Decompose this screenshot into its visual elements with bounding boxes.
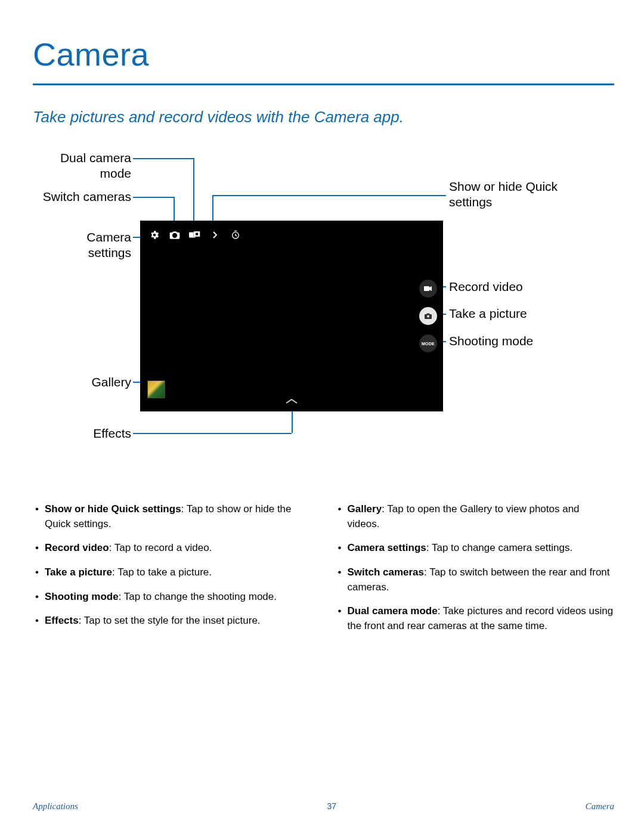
page-title: Camera	[33, 36, 614, 73]
record-video-button[interactable]	[419, 280, 437, 298]
right-column: Gallery: Tap to open the Gallery to view…	[336, 502, 615, 643]
list-item: Shooting mode: Tap to change the shootin…	[33, 590, 312, 605]
list-item: Switch cameras: Tap to switch between th…	[336, 565, 615, 594]
callout-switch-cameras: Switch cameras	[42, 189, 131, 205]
callout-gallery: Gallery	[42, 374, 131, 390]
footer-page-number: 37	[327, 801, 336, 812]
list-item: Camera settings: Tap to change camera se…	[336, 541, 615, 556]
svg-point-2	[196, 233, 199, 236]
left-column: Show or hide Quick settings: Tap to show…	[33, 502, 312, 643]
camera-viewport: MODE	[140, 221, 443, 411]
page-footer: Applications 37 Camera	[33, 801, 614, 812]
callout-shooting-mode: Shooting mode	[449, 333, 568, 349]
svg-point-5	[427, 315, 429, 318]
camera-diagram: Dual camera mode Switch cameras Camera s…	[33, 143, 614, 459]
switch-camera-icon[interactable]	[169, 229, 181, 241]
title-rule	[33, 83, 614, 85]
callout-effects: Effects	[42, 426, 131, 441]
list-item-desc: : Tap to take a picture.	[112, 566, 212, 578]
footer-left: Applications	[33, 801, 78, 812]
chevron-right-icon[interactable]	[209, 229, 221, 241]
leader-line	[133, 433, 292, 434]
list-item-term: Camera settings	[348, 542, 426, 553]
gear-icon[interactable]	[148, 229, 160, 241]
callout-record-video: Record video	[449, 279, 568, 295]
leader-line	[133, 197, 174, 198]
page-subtitle: Take pictures and record videos with the…	[33, 108, 614, 126]
list-item-desc: : Tap to set the style for the inset pic…	[79, 615, 261, 626]
list-item-desc: : Tap to record a video.	[109, 542, 212, 553]
list-item-term: Show or hide Quick settings	[45, 503, 181, 515]
list-item-term: Switch cameras	[348, 566, 425, 578]
list-item: Show or hide Quick settings: Tap to show…	[33, 502, 312, 531]
effects-chevron-icon[interactable]	[284, 395, 299, 408]
dual-camera-icon[interactable]	[189, 229, 201, 241]
leader-line	[212, 195, 446, 196]
list-item-desc: : Tap to open the Gallery to view photos…	[348, 503, 580, 529]
footer-right: Camera	[586, 801, 614, 812]
list-item-term: Record video	[45, 542, 109, 553]
list-item-term: Effects	[45, 615, 79, 626]
list-item-desc: : Tap to change camera settings.	[426, 542, 572, 553]
gallery-thumbnail[interactable]	[147, 380, 165, 398]
svg-rect-4	[424, 286, 429, 291]
list-item-desc: : Tap to change the shooting mode.	[119, 591, 277, 602]
callout-quick-settings: Show or hide Quick settings	[449, 179, 568, 210]
list-item-term: Gallery	[348, 503, 382, 515]
list-item: Effects: Tap to set the style for the in…	[33, 614, 312, 628]
callout-camera-settings: Camera settings	[42, 230, 131, 261]
description-columns: Show or hide Quick settings: Tap to show…	[33, 502, 614, 643]
list-item-term: Take a picture	[45, 566, 112, 578]
camera-action-buttons: MODE	[419, 280, 437, 352]
take-picture-button[interactable]	[419, 307, 437, 325]
camera-toolbar	[148, 229, 242, 241]
leader-line	[133, 158, 193, 159]
shooting-mode-button[interactable]: MODE	[419, 335, 437, 352]
list-item: Gallery: Tap to open the Gallery to view…	[336, 502, 615, 531]
list-item: Dual camera mode: Take pictures and reco…	[336, 604, 615, 633]
timer-icon[interactable]	[230, 229, 242, 241]
leader-line	[193, 158, 194, 227]
callout-dual-camera: Dual camera mode	[42, 150, 131, 182]
leader-line	[292, 409, 293, 433]
list-item: Take a picture: Tap to take a picture.	[33, 565, 312, 580]
list-item: Record video: Tap to record a video.	[33, 541, 312, 556]
list-item-term: Dual camera mode	[348, 605, 438, 617]
callout-take-picture: Take a picture	[449, 306, 568, 321]
list-item-term: Shooting mode	[45, 591, 119, 602]
